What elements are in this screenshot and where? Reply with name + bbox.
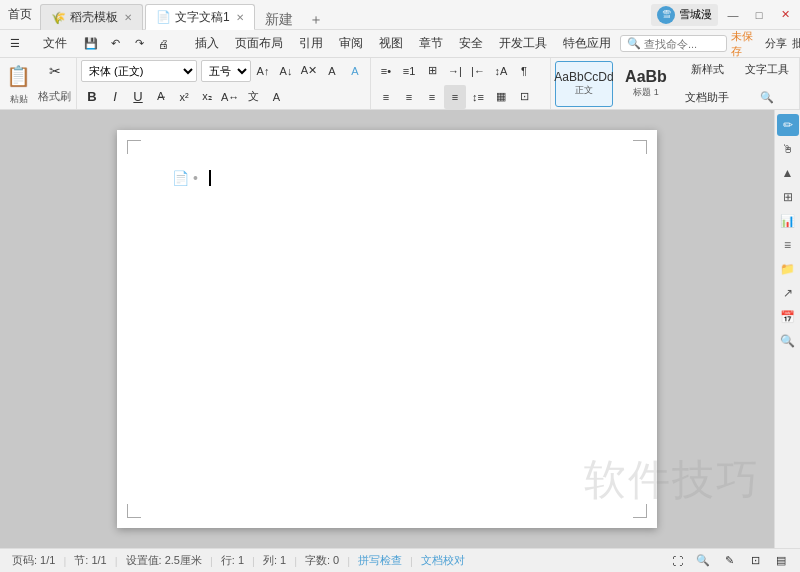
minimize-button[interactable]: —: [722, 4, 744, 26]
home-tab[interactable]: 首页: [0, 0, 40, 29]
tab-doc1[interactable]: 📄 文字文稿1 ✕: [145, 4, 255, 30]
new-tab-button[interactable]: 新建: [257, 11, 301, 29]
align-justify-btn[interactable]: ≡: [444, 85, 466, 109]
indent-decrease-btn[interactable]: |←: [467, 59, 489, 83]
share-btn[interactable]: 分享: [764, 32, 787, 56]
char-spacing-btn[interactable]: A↔: [219, 85, 241, 109]
tab-doc1-close[interactable]: ✕: [236, 12, 244, 23]
text-effect-btn[interactable]: A: [265, 85, 287, 109]
plus-icon: ＋: [309, 11, 323, 29]
text-cursor-area[interactable]: [177, 170, 597, 186]
menu-bar: ☰ 文件 💾 ↶ ↷ 🖨 插入 页面布局 引用 审阅 视图 章节 安全 开发工具…: [0, 30, 800, 58]
underline-btn[interactable]: U: [127, 85, 149, 109]
save-quick-btn[interactable]: 💾: [80, 32, 102, 56]
styles-section: AaBbCcDd 正文 AaBb 标题 1 新样式 文档助手 文字工具 🔍: [551, 58, 800, 109]
close-button[interactable]: ✕: [774, 4, 796, 26]
sidebar-pen-btn[interactable]: ✏: [777, 114, 799, 136]
shading-btn[interactable]: ▦: [490, 85, 512, 109]
view-edit-btn[interactable]: ✎: [718, 549, 740, 573]
menu-review[interactable]: 审阅: [332, 32, 370, 55]
view-slide-btn[interactable]: ▤: [770, 549, 792, 573]
page-marker-tr: [633, 140, 647, 154]
new-style-btn[interactable]: 新样式: [679, 58, 735, 82]
document-area[interactable]: 📄 • 软件技巧: [0, 110, 774, 548]
sidebar-cursor-btn[interactable]: 🖱: [777, 138, 799, 160]
style-heading1[interactable]: AaBb 标题 1: [617, 61, 675, 107]
sidebar-chart-btn[interactable]: 📊: [777, 210, 799, 232]
view-expand-btn[interactable]: ⛶: [666, 549, 688, 573]
menu-hamburger[interactable]: ☰: [4, 32, 26, 56]
sort-btn[interactable]: ↕A: [490, 59, 512, 83]
bullet-list-btn[interactable]: ≡•: [375, 59, 397, 83]
font-increase-btn[interactable]: A↑: [252, 59, 274, 83]
outline-btn[interactable]: ⊞: [421, 59, 443, 83]
search-bar[interactable]: 🔍: [620, 35, 727, 52]
user-badge[interactable]: 雪 雪城漫: [651, 4, 718, 26]
sidebar-folder-btn[interactable]: 📁: [777, 258, 799, 280]
italic-btn[interactable]: I: [104, 85, 126, 109]
print-btn[interactable]: 🖨: [152, 32, 174, 56]
view-zoom-btn[interactable]: 🔍: [692, 549, 714, 573]
superscript-btn[interactable]: x²: [173, 85, 195, 109]
align-right-btn[interactable]: ≡: [421, 85, 443, 109]
sidebar-link-btn[interactable]: ↗: [777, 282, 799, 304]
line-spacing-btn[interactable]: ↕≡: [467, 85, 489, 109]
sidebar-shape-btn[interactable]: ▲: [777, 162, 799, 184]
border-btn[interactable]: ⊡: [513, 85, 535, 109]
format-brush-btn[interactable]: 格式刷: [36, 85, 73, 109]
indent-increase-btn[interactable]: →|: [444, 59, 466, 83]
align-center-btn[interactable]: ≡: [398, 85, 420, 109]
add-tab-button[interactable]: ＋: [301, 11, 331, 29]
show-marks-btn[interactable]: ¶: [513, 59, 535, 83]
menu-features[interactable]: 特色应用: [556, 32, 618, 55]
paste-btn[interactable]: 📋: [4, 61, 33, 91]
redo-btn[interactable]: ↷: [128, 32, 150, 56]
clear-format-btn[interactable]: A✕: [298, 59, 320, 83]
menu-security[interactable]: 安全: [452, 32, 490, 55]
menu-ref[interactable]: 引用: [292, 32, 330, 55]
sidebar-para-btn[interactable]: ≡: [777, 234, 799, 256]
tab-daoke-close[interactable]: ✕: [124, 12, 132, 23]
zoom-btn[interactable]: 🔍: [739, 86, 795, 110]
undo-btn[interactable]: ↶: [104, 32, 126, 56]
menu-layout[interactable]: 页面布局: [228, 32, 290, 55]
status-right: ⛶ 🔍 ✎ ⊡ ▤: [666, 549, 792, 573]
close-icon: ✕: [781, 8, 790, 21]
document-page[interactable]: 📄 •: [117, 130, 657, 528]
tab-daoke[interactable]: 🌾 稻壳模板 ✕: [40, 4, 143, 30]
font-size-select[interactable]: 五号: [201, 60, 251, 82]
sidebar-search-btn[interactable]: 🔍: [777, 330, 799, 352]
align-left-btn[interactable]: ≡: [375, 85, 397, 109]
sidebar-date-btn[interactable]: 📅: [777, 306, 799, 328]
spell-check-status[interactable]: 拼写检查: [354, 553, 406, 568]
numbered-list-btn[interactable]: ≡1: [398, 59, 420, 83]
style-normal[interactable]: AaBbCcDd 正文: [555, 61, 613, 107]
subscript-btn[interactable]: x₂: [196, 85, 218, 109]
page-status: 页码: 1/1: [8, 553, 59, 568]
home-label: 首页: [8, 6, 32, 23]
style-normal-preview: AaBbCcDd: [554, 70, 613, 84]
cut-btn[interactable]: ✂: [36, 59, 73, 83]
bold-btn[interactable]: B: [81, 85, 103, 109]
maximize-button[interactable]: □: [748, 4, 770, 26]
view-read-btn[interactable]: ⊡: [744, 549, 766, 573]
font-color-btn[interactable]: A: [321, 59, 343, 83]
ai-assistant-btn[interactable]: 文档助手: [679, 86, 735, 110]
word-tools-btn[interactable]: 文字工具: [739, 58, 795, 82]
font-family-select[interactable]: 宋体 (正文): [81, 60, 197, 82]
phonetic-btn[interactable]: 文: [242, 85, 264, 109]
highlight-btn[interactable]: A: [344, 59, 366, 83]
menu-view[interactable]: 视图: [372, 32, 410, 55]
search-input[interactable]: [644, 38, 720, 50]
strikethrough-btn[interactable]: A̶: [150, 85, 172, 109]
menu-insert[interactable]: 插入: [188, 32, 226, 55]
menu-section[interactable]: 章节: [412, 32, 450, 55]
comment-btn[interactable]: 批注: [792, 32, 800, 56]
menu-file[interactable]: 文件: [36, 32, 74, 55]
sidebar-table-btn[interactable]: ⊞: [777, 186, 799, 208]
menu-devtools[interactable]: 开发工具: [492, 32, 554, 55]
unsaved-label[interactable]: 未保存: [731, 29, 760, 59]
font-decrease-btn[interactable]: A↓: [275, 59, 297, 83]
format-brush-label: 格式刷: [38, 89, 71, 104]
text-align-status[interactable]: 文档校对: [417, 553, 469, 568]
